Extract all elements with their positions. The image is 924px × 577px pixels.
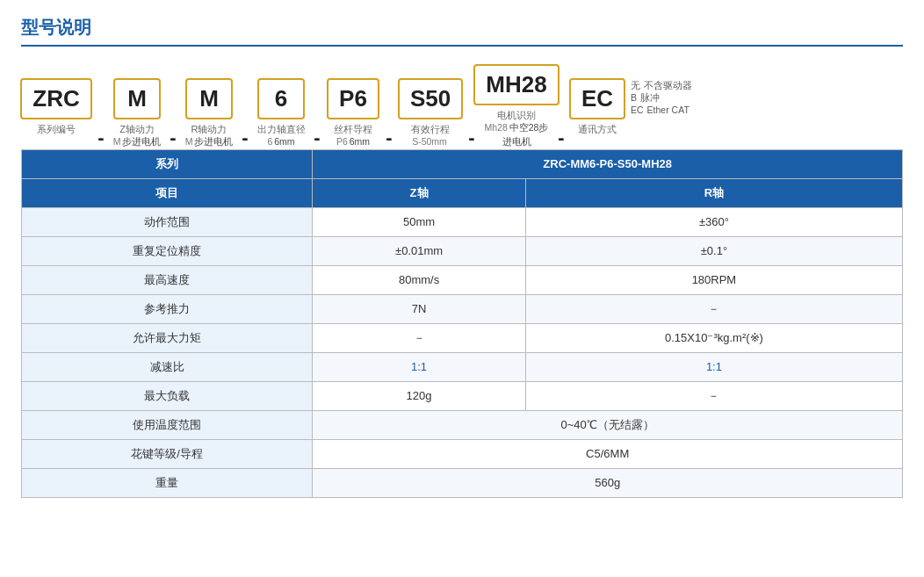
th-item: 项目 xyxy=(22,178,313,207)
seg-m1: M Z轴动力 M步进电机 xyxy=(111,78,163,149)
box-m1: M xyxy=(113,78,161,119)
sep1: - xyxy=(91,114,111,149)
seg-mh28: MH28 电机识别 Mh28中空28步进电机 xyxy=(481,64,552,149)
th-z: Z轴 xyxy=(313,178,526,207)
label-m2: R轴动力 xyxy=(191,123,227,135)
table-header-row1: 系列 ZRC-MM6-P6-S50-MH28 xyxy=(22,149,903,178)
row-z-3: 7N xyxy=(313,294,526,323)
sep7: - xyxy=(552,114,571,149)
box-6: 6 xyxy=(257,78,305,119)
spec-table: 系列 ZRC-MM6-P6-S50-MH28 项目 Z轴 R轴 动作范围50mm… xyxy=(21,149,903,498)
sub-6: 66mm xyxy=(267,135,294,149)
seg-s50: S50 有效行程 S-50mm xyxy=(399,78,462,149)
row-label-9: 重量 xyxy=(22,468,313,497)
table-row: 花键等级/导程C5/6MM xyxy=(22,439,903,468)
row-r-2: 180RPM xyxy=(525,265,902,294)
row-z-6: 120g xyxy=(313,381,526,410)
row-value-merged-9: 560g xyxy=(313,468,903,497)
table-header-row2: 项目 Z轴 R轴 xyxy=(22,178,903,207)
seg-p6: P6 丝杆导程 P66mm xyxy=(327,78,379,149)
box-m2: M xyxy=(185,78,233,119)
row-z-1: ±0.01mm xyxy=(313,236,526,265)
label-zrc: 系列编号 xyxy=(37,123,76,135)
row-label-1: 重复定位精度 xyxy=(22,236,313,265)
label-mh28: 电机识别 xyxy=(497,109,536,121)
row-z-0: 50mm xyxy=(313,207,526,236)
row-label-4: 允许最大力矩 xyxy=(22,323,313,352)
table-row: 动作范围50mm±360° xyxy=(22,207,903,236)
row-value-merged-7: 0~40℃（无结露） xyxy=(313,410,903,439)
sub-mh28: Mh28中空28步进电机 xyxy=(481,121,552,149)
row-label-7: 使用温度范围 xyxy=(22,410,313,439)
sub-p6: P66mm xyxy=(336,135,370,149)
seg-ec: EC 通讯方式 xyxy=(571,78,624,149)
row-label-5: 减速比 xyxy=(22,352,313,381)
table-row: 减速比1:11:1 xyxy=(22,352,903,381)
ec-sub-row-2: EC Ether CAT xyxy=(631,105,689,115)
sub-m1: M步进电机 xyxy=(113,135,162,149)
table-row: 允许最大力矩－0.15X10⁻³kg.m²(※) xyxy=(22,323,903,352)
table-row: 参考推力7N－ xyxy=(22,294,903,323)
box-mh28: MH28 xyxy=(473,64,559,105)
row-z-2: 80mm/s xyxy=(313,265,526,294)
row-label-8: 花键等级/导程 xyxy=(22,439,313,468)
sep6: - xyxy=(462,114,481,149)
row-label-6: 最大负载 xyxy=(22,381,313,410)
th-series-value: ZRC-MM6-P6-S50-MH28 xyxy=(313,149,903,178)
row-label-0: 动作范围 xyxy=(22,207,313,236)
ec-sub-row-1: B 脉冲 xyxy=(631,92,660,105)
box-s50: S50 xyxy=(398,78,463,119)
row-label-3: 参考推力 xyxy=(22,294,313,323)
seg-zrc: ZRC 系列编号 xyxy=(21,78,91,149)
label-6: 出力轴直径 xyxy=(257,123,306,135)
row-value-merged-8: C5/6MM xyxy=(313,439,903,468)
box-zrc: ZRC xyxy=(20,78,91,119)
ec-sub-list: 无 不含驱动器 B 脉冲 EC Ether CAT xyxy=(631,80,692,115)
table-row: 重量560g xyxy=(22,468,903,497)
row-r-1: ±0.1° xyxy=(525,236,902,265)
row-r-3: － xyxy=(525,294,902,323)
table-row: 最大负载120g－ xyxy=(22,381,903,410)
sub-s50: S-50mm xyxy=(412,135,449,149)
box-ec: EC xyxy=(569,78,625,119)
row-z-4: － xyxy=(313,323,526,352)
th-r: R轴 xyxy=(525,178,902,207)
row-r-0: ±360° xyxy=(525,207,902,236)
seg-ec-container: EC 通讯方式 无 不含驱动器 B 脉冲 EC Ether CAT xyxy=(571,78,692,149)
box-p6: P6 xyxy=(327,78,379,119)
seg-m2: M R轴动力 M步进电机 xyxy=(183,78,235,149)
row-r-5: 1:1 xyxy=(525,352,902,381)
page-title: 型号说明 xyxy=(21,16,903,47)
ec-sub-row-0: 无 不含驱动器 xyxy=(631,80,692,92)
th-series-label: 系列 xyxy=(22,149,313,178)
label-ec: 通讯方式 xyxy=(578,123,617,135)
sep4: - xyxy=(307,114,327,149)
sub-zrc xyxy=(55,135,58,149)
label-p6: 丝杆导程 xyxy=(334,123,372,135)
sep5: - xyxy=(379,114,399,149)
sep2: - xyxy=(163,114,183,149)
seg-6: 6 出力轴直径 66mm xyxy=(255,78,307,149)
sep3: - xyxy=(235,114,255,149)
table-row: 最高速度80mm/s180RPM xyxy=(22,265,903,294)
model-display: ZRC 系列编号 - M Z轴动力 M步进电机 - M R轴动力 M步进电机 -… xyxy=(21,64,903,149)
row-z-5: 1:1 xyxy=(313,352,526,381)
sub-ec xyxy=(596,135,599,149)
table-row: 使用温度范围0~40℃（无结露） xyxy=(22,410,903,439)
row-r-4: 0.15X10⁻³kg.m²(※) xyxy=(525,323,902,352)
label-s50: 有效行程 xyxy=(411,123,450,135)
table-row: 重复定位精度±0.01mm±0.1° xyxy=(22,236,903,265)
sub-m2: M步进电机 xyxy=(185,135,234,149)
row-label-2: 最高速度 xyxy=(22,265,313,294)
row-r-6: － xyxy=(525,381,902,410)
label-m1: Z轴动力 xyxy=(119,123,155,135)
